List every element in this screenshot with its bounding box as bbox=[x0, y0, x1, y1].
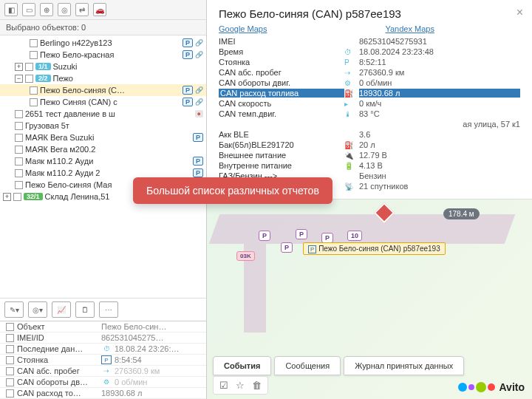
tree-item[interactable]: Пежо Бело-краснаяP🔗 bbox=[0, 49, 206, 61]
checkbox[interactable] bbox=[15, 146, 23, 154]
tree-item[interactable]: Berlingo н422ув123P🔗 bbox=[0, 37, 206, 49]
checkbox[interactable] bbox=[6, 323, 14, 331]
tool-report[interactable]: 🗒 bbox=[75, 301, 95, 318]
tool-edit[interactable]: ✎▾ bbox=[4, 301, 24, 318]
checkbox[interactable] bbox=[15, 157, 23, 166]
tree-item[interactable]: МАЯК Вега SuzukiP bbox=[0, 132, 206, 143]
detail-row: CAN расход топлива⛽18930.68 л bbox=[219, 88, 520, 98]
detail-row: CAN обороты дв…⚙0 об/мин bbox=[0, 377, 206, 388]
map-osm-label: 03K bbox=[236, 251, 255, 261]
map-marker[interactable]: P bbox=[321, 233, 333, 243]
trash-icon[interactable]: 🗑 bbox=[252, 380, 262, 391]
row-icon: 🔋 bbox=[344, 162, 359, 170]
row-value: 862531045275… bbox=[101, 333, 200, 342]
google-maps-link[interactable]: Google Maps bbox=[219, 24, 267, 33]
check-icon[interactable]: ☑ bbox=[219, 380, 228, 391]
row-value: 4.13 В bbox=[359, 161, 520, 170]
link-icon[interactable]: 🔗 bbox=[195, 98, 203, 106]
row-key: Время bbox=[219, 47, 344, 56]
tab-messages[interactable]: Сообщения bbox=[274, 356, 341, 375]
checkbox[interactable] bbox=[15, 169, 23, 177]
checkbox[interactable] bbox=[6, 378, 14, 386]
tool-target[interactable]: ◎▾ bbox=[28, 301, 47, 318]
tree-item[interactable]: Маяк м110.2 АудиP bbox=[0, 155, 206, 167]
checkbox[interactable] bbox=[15, 134, 23, 142]
checkbox[interactable] bbox=[25, 63, 33, 71]
checkbox[interactable] bbox=[30, 39, 38, 47]
expand-icon[interactable]: + bbox=[3, 193, 11, 201]
tree-label: МАЯК Вега м200.2 bbox=[25, 145, 203, 154]
tree-item[interactable]: +1/1Suzuki bbox=[0, 61, 206, 72]
row-value: 0 об/мин bbox=[115, 378, 200, 386]
tree-label: 2651 тест давление в ш bbox=[25, 109, 193, 118]
tree-item[interactable]: Пежо Синяя (CAN) cP🔗 bbox=[0, 96, 206, 108]
row-key: CAN абс. пробег bbox=[17, 366, 98, 375]
toolbar-icon-2[interactable]: ▭ bbox=[22, 3, 35, 16]
toolbar-icon-1[interactable]: ◧ bbox=[4, 3, 18, 16]
tab-log[interactable]: Журнал принятых данных bbox=[344, 356, 464, 375]
map-popup-label[interactable]: P Пежо Бело-синяя (CAN) р587ее193 bbox=[303, 242, 446, 255]
expand-icon[interactable]: − bbox=[15, 75, 23, 83]
row-value: 21 спутников bbox=[359, 182, 520, 191]
toolbar-icon-5[interactable]: ⇄ bbox=[75, 3, 89, 16]
tree-item[interactable]: Грузовая 5т bbox=[0, 120, 206, 132]
detail-row: CAN абс. пробег⇢276360.9 км bbox=[219, 67, 520, 78]
row-key: CAN расход то… bbox=[17, 389, 98, 398]
yandex-maps-link[interactable]: Yandex Maps bbox=[385, 24, 434, 33]
map-marker[interactable]: 10 bbox=[347, 231, 362, 241]
checkbox[interactable] bbox=[6, 389, 14, 398]
tree-label: Пежо bbox=[53, 74, 203, 83]
tree-label: Пежо Бело-красная bbox=[40, 50, 180, 59]
tree-label: Пежо Бело-синяя (C… bbox=[40, 86, 180, 95]
checkbox[interactable] bbox=[30, 98, 38, 106]
detail-title: Пежо Бело-синяя (CAN) р587ее193 bbox=[219, 7, 520, 20]
map-marker[interactable]: P bbox=[259, 231, 270, 241]
tree-label: Грузовая 5т bbox=[25, 121, 203, 130]
tree-item[interactable]: МАЯК Вега м200.2 bbox=[0, 143, 206, 155]
star-icon[interactable]: ☆ bbox=[236, 380, 245, 391]
checkbox[interactable] bbox=[30, 51, 38, 59]
toolbar-icon-3[interactable]: ⊕ bbox=[40, 3, 53, 16]
toolbar-icon-car[interactable]: 🚗 bbox=[93, 3, 106, 16]
row-icon: 🔌 bbox=[344, 151, 359, 160]
bottom-toolbar: ✎▾ ◎▾ 📈 🗒 ⋯ bbox=[0, 298, 206, 321]
tree-item[interactable]: 2651 тест давление в ш● bbox=[0, 108, 206, 120]
row-value: Пежо Бело-син… bbox=[101, 322, 200, 331]
tree-item[interactable]: −2/2Пежо bbox=[0, 72, 206, 84]
row-value: Бензин bbox=[359, 171, 520, 180]
parking-icon: P bbox=[193, 157, 203, 166]
checkbox[interactable] bbox=[15, 181, 23, 189]
parking-icon: P bbox=[193, 168, 203, 177]
checkbox[interactable] bbox=[15, 122, 23, 130]
link-icon[interactable]: 🔗 bbox=[195, 86, 203, 94]
tree-item[interactable]: Пежо Бело-синяя (C…P🔗 bbox=[0, 84, 206, 96]
map-marker[interactable]: P bbox=[296, 229, 307, 239]
link-icon[interactable]: 🔗 bbox=[195, 51, 203, 58]
checkbox[interactable] bbox=[6, 367, 14, 375]
checkbox[interactable] bbox=[13, 193, 21, 201]
row-key: IMEI/ID bbox=[17, 333, 98, 342]
tool-more[interactable]: ⋯ bbox=[99, 301, 118, 318]
checkbox[interactable] bbox=[6, 356, 14, 364]
checkbox[interactable] bbox=[15, 110, 23, 118]
close-icon[interactable]: × bbox=[516, 6, 523, 19]
detail-row: Внешнее питание🔌12.79 В bbox=[219, 150, 520, 160]
tab-events[interactable]: События bbox=[213, 356, 271, 375]
checkbox[interactable] bbox=[30, 86, 38, 95]
row-value: 862531045275931 bbox=[359, 37, 520, 46]
checkbox[interactable] bbox=[25, 75, 33, 83]
object-tree[interactable]: Berlingo н422ув123P🔗Пежо Бело-краснаяP🔗+… bbox=[0, 35, 206, 298]
tool-chart[interactable]: 📈 bbox=[52, 301, 71, 318]
toolbar-icon-4[interactable]: ◎ bbox=[58, 3, 71, 16]
link-icon[interactable]: 🔗 bbox=[195, 39, 203, 47]
checkbox[interactable] bbox=[6, 334, 14, 342]
tree-label: Suzuki bbox=[53, 62, 203, 71]
promo-callout: Большой список различных отчетов bbox=[133, 177, 332, 204]
expand-icon[interactable]: + bbox=[15, 63, 23, 71]
detail-row: Бак(65л)BLE291720⛽20 л bbox=[219, 140, 520, 150]
row-value: 276360.9 км bbox=[359, 68, 520, 77]
checkbox[interactable] bbox=[6, 345, 14, 353]
alert-icon: ● bbox=[195, 110, 203, 117]
row-key: Объект bbox=[17, 322, 98, 331]
map-marker[interactable]: P bbox=[281, 242, 293, 253]
